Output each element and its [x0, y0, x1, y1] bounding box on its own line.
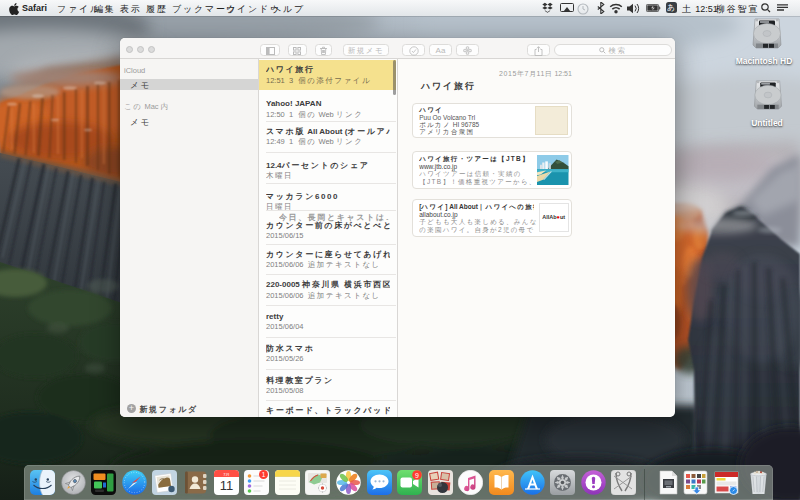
svg-text:7月: 7月	[223, 472, 230, 477]
svg-text:9: 9	[415, 472, 419, 479]
svg-text:1: 1	[262, 471, 266, 478]
svg-text:11: 11	[219, 478, 233, 493]
